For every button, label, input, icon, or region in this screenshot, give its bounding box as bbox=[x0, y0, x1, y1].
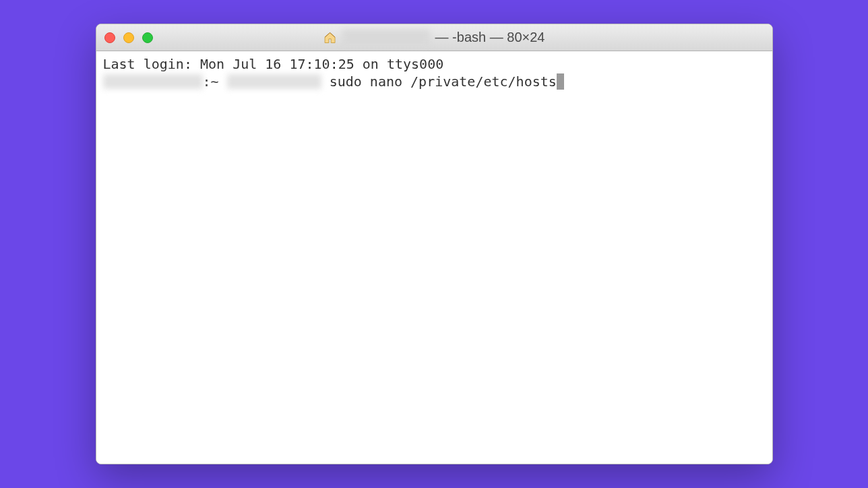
maximize-button[interactable] bbox=[142, 32, 153, 43]
close-button[interactable] bbox=[104, 32, 115, 43]
titlebar: — -bash — 80×24 bbox=[96, 24, 772, 51]
traffic-lights bbox=[104, 32, 153, 43]
last-login-line: Last login: Mon Jul 16 17:10:25 on ttys0… bbox=[103, 55, 766, 73]
terminal-window: — -bash — 80×24 Last login: Mon Jul 16 1… bbox=[96, 24, 773, 464]
window-title: — -bash — 80×24 bbox=[323, 30, 545, 46]
minimize-button[interactable] bbox=[123, 32, 134, 43]
home-icon bbox=[323, 31, 337, 44]
hostname-redacted bbox=[103, 74, 203, 89]
prompt-separator: :~ bbox=[203, 73, 227, 90]
last-login-text: Last login: Mon Jul 16 17:10:25 on ttys0… bbox=[103, 55, 444, 73]
window-title-redacted bbox=[342, 30, 430, 46]
window-title-suffix: — -bash — 80×24 bbox=[435, 30, 545, 45]
cursor bbox=[557, 73, 564, 90]
command-text: sudo nano /private/etc/hosts bbox=[321, 73, 557, 90]
username-redacted bbox=[227, 74, 321, 89]
prompt-line: :~ sudo nano /private/etc/hosts bbox=[103, 73, 766, 90]
terminal-body[interactable]: Last login: Mon Jul 16 17:10:25 on ttys0… bbox=[96, 51, 772, 464]
